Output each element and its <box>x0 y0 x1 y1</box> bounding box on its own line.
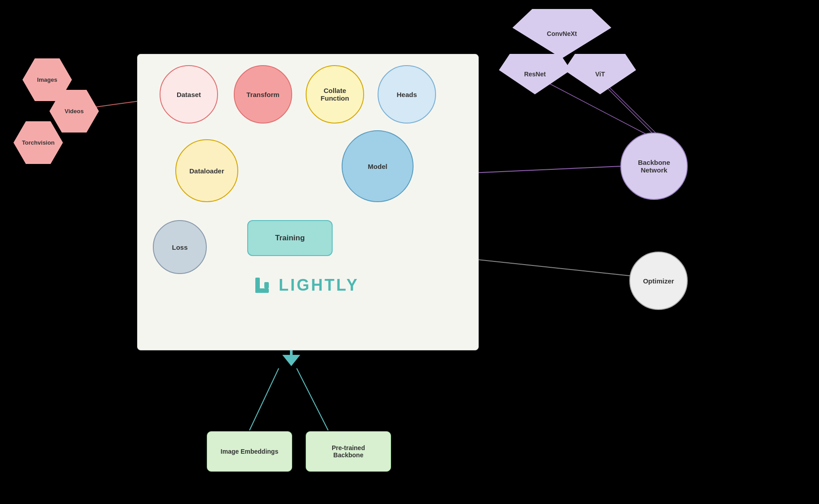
collate-function-node: Collate Function <box>306 65 364 124</box>
convnext-node: ConvNeXt <box>512 9 611 58</box>
svg-rect-19 <box>264 282 269 288</box>
lightly-brand-text: LIGHTLY <box>279 276 359 295</box>
transform-node: Transform <box>234 65 292 124</box>
loss-node: Loss <box>153 220 207 274</box>
image-embeddings-output: Image Embeddings <box>207 431 292 472</box>
optimizer-node: Optimizer <box>629 252 688 310</box>
svg-line-12 <box>602 83 654 135</box>
lightly-logo: LIGHTLY <box>252 274 359 296</box>
torchvision-label: Torchvision <box>13 121 63 164</box>
lightly-icon <box>252 274 274 296</box>
dataloader-node: Dataloader <box>175 139 238 202</box>
svg-marker-14 <box>282 355 300 366</box>
vit-node: ViT <box>564 54 636 94</box>
pretrained-backbone-output: Pre-trained Backbone <box>306 431 391 472</box>
dataset-node: Dataset <box>160 65 218 124</box>
heads-node: Heads <box>378 65 436 124</box>
svg-line-15 <box>249 368 279 430</box>
model-node: Model <box>342 130 414 202</box>
resnet-node: ResNet <box>499 54 571 94</box>
svg-rect-18 <box>255 288 269 293</box>
backbone-network-node: Backbone Network <box>620 133 688 200</box>
svg-line-16 <box>297 368 328 430</box>
training-node: Training <box>247 220 333 256</box>
torchvision-hex: Torchvision <box>13 121 63 164</box>
